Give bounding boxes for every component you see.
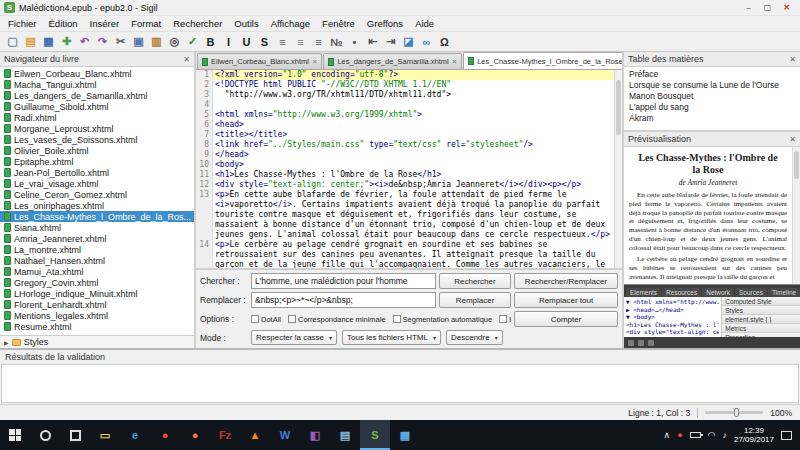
code-line-content[interactable]: "http://www.w3.org/TR/xhtml11/DTD/xhtml1…: [213, 90, 614, 100]
chevron-up-icon[interactable]: ∧: [664, 431, 671, 440]
code-line[interactable]: 11<h1>Les Chasse-Mythes : l'Ombre de la …: [196, 170, 614, 180]
code-line-content[interactable]: <!DOCTYPE html PUBLIC "-//W3C//DTD XHTML…: [213, 80, 614, 90]
count-button[interactable]: Compter: [514, 311, 618, 327]
find-mode-select[interactable]: Tous les fichiers HTML ▾: [342, 330, 441, 345]
code-line-content[interactable]: <?xml version="1.0" encoding="utf-8"?>: [213, 70, 614, 80]
code-line[interactable]: 3 "http://www.w3.org/TR/xhtml11/DTD/xhtm…: [196, 90, 614, 100]
spellcheck-icon[interactable]: ✓: [184, 33, 201, 50]
book-file-item[interactable]: Les_dangers_de_Samarilla.xhtml: [0, 90, 194, 101]
code-line-content[interactable]: <head>: [213, 120, 614, 130]
code-line-content[interactable]: <html xmlns="http://www.w3.org/1999/xhtm…: [213, 110, 614, 120]
find-mode-select[interactable]: Descendre ▾: [446, 330, 503, 345]
inspector-tab[interactable]: Sources: [735, 288, 767, 297]
toc-item[interactable]: L'appel du sang: [626, 101, 798, 112]
find-mode-select[interactable]: Respecter la casse ▾: [251, 330, 337, 345]
menu-item[interactable]: Édition: [43, 17, 84, 30]
book-file-item[interactable]: La_montre.xhtml: [0, 244, 194, 255]
inspect-element-icon[interactable]: [638, 340, 644, 346]
search-button[interactable]: Rechercher: [439, 273, 511, 289]
code-line[interactable]: 2<!DOCTYPE html PUBLIC "-//W3C//DTD XHTM…: [196, 80, 614, 90]
zoom-slider-thumb[interactable]: [734, 408, 739, 417]
open-file-icon[interactable]: ▤: [22, 33, 39, 50]
taskbar-clock[interactable]: 12:39 27/09/2017: [734, 426, 774, 444]
replace-input[interactable]: [251, 292, 436, 308]
checkbox-icon[interactable]: [288, 315, 296, 323]
editor-tab[interactable]: Eilwen_Corbeau_Blanc.xhtml ✕: [197, 53, 322, 69]
task-view-button[interactable]: [60, 420, 90, 450]
close-button[interactable]: ✕: [777, 1, 796, 14]
editor-scrollbar[interactable]: [614, 70, 622, 268]
find-replace-icon[interactable]: ◎: [166, 33, 183, 50]
menu-item[interactable]: Format: [125, 17, 167, 30]
file-explorer-icon[interactable]: ▭: [90, 420, 120, 450]
dom-tree-line[interactable]: ▼ <body>: [626, 313, 719, 321]
dom-tree-line[interactable]: <h1>Les Chasse-Mythes : l'Ombre…</h1>: [626, 321, 719, 329]
inspector-pane-row[interactable]: element.style { }: [722, 315, 800, 324]
insert-link-icon[interactable]: ∞: [418, 33, 435, 50]
code-line[interactable]: 9</head>: [196, 150, 614, 160]
taskbar-search-button[interactable]: [30, 420, 60, 450]
code-line-content[interactable]: <p>En cette aube blafarde de février, la…: [213, 190, 614, 240]
code-line[interactable]: 13<p>En cette aube blafarde de février, …: [196, 190, 614, 240]
book-file-item[interactable]: Jean-Pol_Bertollo.xhtml: [0, 167, 194, 178]
book-file-item[interactable]: Les_oniriphages.xhtml: [0, 200, 194, 211]
inspector-pane-row[interactable]: Metrics: [722, 324, 800, 333]
find-input[interactable]: [251, 273, 436, 289]
vlc-icon[interactable]: ▲: [240, 420, 270, 450]
action-center-icon[interactable]: [781, 431, 792, 440]
insert-image-icon[interactable]: ◪: [400, 33, 417, 50]
panel-close-icon[interactable]: ✕: [183, 55, 190, 64]
book-file-item[interactable]: Macha_Tangui.xhtml: [0, 79, 194, 90]
find-option-checkbox[interactable]: Encore: [499, 315, 511, 324]
edge-icon[interactable]: e: [120, 420, 150, 450]
maximize-button[interactable]: ▢: [758, 1, 777, 14]
menu-item[interactable]: Aide: [409, 17, 440, 30]
menu-item[interactable]: Fichier: [2, 17, 43, 30]
book-file-item[interactable]: Les_vases_de_Soissons.xhtml: [0, 134, 194, 145]
add-existing-file-icon[interactable]: ✚: [58, 33, 75, 50]
inspector-tab[interactable]: Resources: [662, 288, 701, 297]
inspector-tab[interactable]: Network: [702, 288, 734, 297]
find-option-checkbox[interactable]: DotAll: [251, 315, 281, 324]
book-file-item[interactable]: Les_Chasse-Mythes_l_Ombre_de_la_Ros...: [0, 211, 194, 222]
dock-toggle-icon[interactable]: [648, 340, 654, 346]
console-toggle-icon[interactable]: [628, 340, 634, 346]
code-line-content[interactable]: <title></title>: [213, 130, 614, 140]
inspector-tab[interactable]: Elements: [626, 288, 661, 297]
book-file-item[interactable]: Siana.xhtml: [0, 222, 194, 233]
book-file-item[interactable]: Morgane_Leproust.xhtml: [0, 123, 194, 134]
align-right-icon[interactable]: ≡: [310, 33, 327, 50]
toc-item[interactable]: Lorsque se consume la Lune de l'Ourse: [626, 79, 798, 90]
book-file-item[interactable]: Celine_Ceron_Gomez.xhtml: [0, 189, 194, 200]
code-line[interactable]: 1<?xml version="1.0" encoding="utf-8"?>: [196, 70, 614, 80]
tray-sigil-icon[interactable]: ●: [677, 431, 682, 440]
book-file-item[interactable]: Amria_Jeanneret.xhtml: [0, 233, 194, 244]
chrome-icon[interactable]: ●: [150, 420, 180, 450]
zoom-slider[interactable]: [705, 411, 763, 414]
bullet-list-icon[interactable]: •: [346, 33, 363, 50]
book-file-item[interactable]: Radi.xhtml: [0, 112, 194, 123]
undo-icon[interactable]: ↶: [76, 33, 93, 50]
sigil-icon[interactable]: S: [360, 420, 390, 450]
code-line-content[interactable]: <h1>Les Chasse-Mythes : l'Ombre de la Ro…: [213, 170, 614, 180]
italic-icon[interactable]: I: [220, 33, 237, 50]
replace-button[interactable]: Remplacer: [439, 292, 511, 308]
word-icon[interactable]: W: [270, 420, 300, 450]
toc-item[interactable]: Manon Bousquet: [626, 90, 798, 101]
code-line-content[interactable]: [213, 100, 614, 110]
menu-item[interactable]: Rechercher: [167, 17, 228, 30]
inspector-dom-tree[interactable]: ▼ <html xmlns="http://www.w3.org/1999/xh…: [624, 297, 722, 337]
inspector-pane-row[interactable]: Styles: [722, 306, 800, 315]
align-left-icon[interactable]: ≡: [274, 33, 291, 50]
book-file-item[interactable]: Gregory_Covin.xhtml: [0, 277, 194, 288]
menu-item[interactable]: Affichage: [265, 17, 316, 30]
book-file-item[interactable]: Resume.xhtml: [0, 321, 194, 332]
dom-tree-line[interactable]: ▶ <head>…</head>: [626, 306, 719, 314]
code-line[interactable]: 10<body>: [196, 160, 614, 170]
calculator-icon[interactable]: ▦: [390, 420, 420, 450]
numbered-list-icon[interactable]: №: [328, 33, 345, 50]
tab-close-icon[interactable]: ✕: [452, 58, 457, 66]
align-center-icon[interactable]: ≡: [292, 33, 309, 50]
find-option-checkbox[interactable]: Correspondance minimale: [288, 315, 386, 324]
code-line-content[interactable]: <body>: [213, 160, 614, 170]
